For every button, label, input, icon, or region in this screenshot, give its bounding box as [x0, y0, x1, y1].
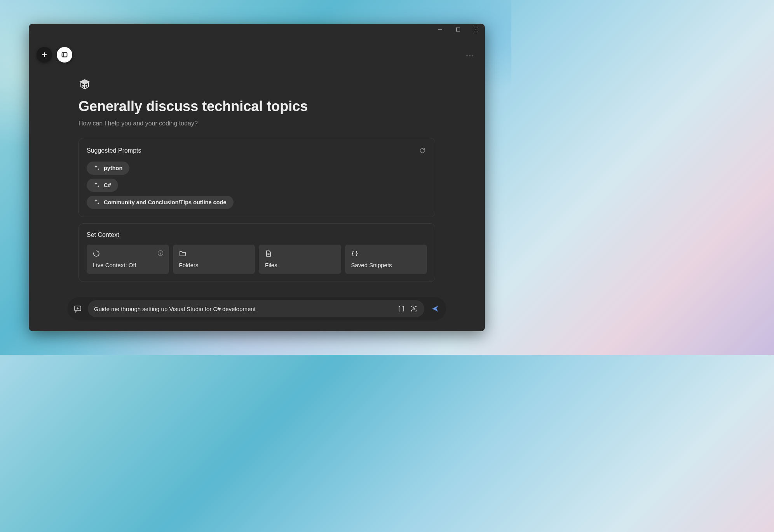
prompt-chip[interactable]: C# [87, 179, 118, 192]
chat-add-icon [74, 305, 82, 313]
input-wrapper [88, 300, 424, 317]
minimize-button[interactable] [431, 24, 449, 35]
titlebar [29, 24, 485, 35]
svg-rect-6 [62, 53, 67, 57]
prompt-chip-label: C# [104, 182, 111, 188]
refresh-prompts-button[interactable] [418, 146, 427, 155]
input-bar [68, 297, 446, 320]
sparkle-icon [94, 165, 100, 171]
prompt-chip-label: Community and Conclusion/Tips outline co… [104, 199, 227, 205]
svg-point-13 [160, 252, 161, 252]
suggested-prompts-section: Suggested Prompts python C# [78, 138, 435, 217]
file-icon [265, 250, 272, 257]
code-block-button[interactable] [397, 304, 406, 313]
close-button[interactable] [467, 24, 485, 35]
svg-rect-1 [457, 28, 460, 31]
context-card-files[interactable]: Files [259, 245, 341, 274]
app-logo-icon [78, 78, 91, 90]
refresh-icon [419, 148, 425, 154]
app-window: Generally discuss technical topics How c… [29, 24, 485, 331]
top-controls [37, 47, 72, 63]
scan-text-icon [410, 305, 417, 312]
context-card-label: Folders [179, 262, 249, 268]
context-card-folders[interactable]: Folders [173, 245, 255, 274]
context-card-live[interactable]: Live Context: Off [87, 245, 169, 274]
set-context-title: Set Context [87, 231, 119, 238]
message-input[interactable] [94, 306, 393, 312]
set-context-section: Set Context Live Context: Off [78, 223, 435, 282]
context-card-label: Live Context: Off [93, 262, 163, 268]
folder-icon [179, 250, 186, 257]
svg-point-10 [86, 85, 87, 86]
context-grid: Live Context: Off Folders Files [87, 245, 427, 274]
context-card-snippets[interactable]: Saved Snippets [345, 245, 427, 274]
info-icon [157, 250, 164, 256]
prompt-chip[interactable]: python [87, 162, 129, 175]
send-button[interactable] [430, 303, 441, 314]
sparkle-icon [94, 182, 100, 188]
page-subtitle: How can I help you and your coding today… [78, 120, 435, 127]
brackets-icon [398, 305, 405, 312]
sidebar-toggle-button[interactable] [57, 47, 72, 63]
svg-point-11 [93, 250, 100, 257]
refresh-circle-icon [93, 250, 100, 257]
context-card-label: Files [265, 262, 335, 268]
suggested-prompts-title: Suggested Prompts [87, 147, 141, 154]
plus-icon [41, 52, 47, 58]
chat-mode-button[interactable] [73, 304, 82, 313]
prompt-chips-list: python C# Community and Conclusion/Tips … [87, 162, 427, 209]
sparkle-icon [94, 199, 100, 205]
ocr-button[interactable] [410, 304, 418, 313]
new-chat-button[interactable] [37, 47, 52, 63]
prompt-chip-label: python [104, 165, 122, 171]
main-content: Generally discuss technical topics How c… [29, 35, 485, 297]
panel-icon [61, 52, 68, 58]
page-title: Generally discuss technical topics [78, 98, 435, 115]
context-card-label: Saved Snippets [351, 262, 421, 268]
overflow-menu[interactable] [466, 55, 473, 56]
maximize-button[interactable] [449, 24, 467, 35]
svg-point-9 [83, 85, 84, 86]
send-icon [431, 304, 439, 313]
prompt-chip[interactable]: Community and Conclusion/Tips outline co… [87, 196, 234, 209]
braces-icon [351, 250, 358, 257]
